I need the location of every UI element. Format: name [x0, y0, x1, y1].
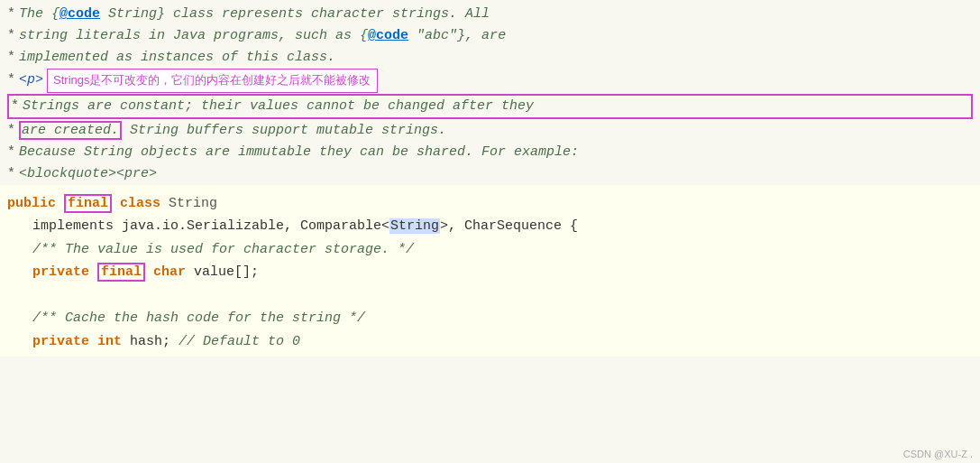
line2-text: string literals in Java programs, such a…: [19, 25, 506, 47]
comment-line-1: * The {@code String} class represents ch…: [7, 4, 973, 25]
highlight-string-type: String: [389, 218, 440, 234]
star-5: *: [11, 96, 19, 117]
comment-line-2: * string literals in Java programs, such…: [7, 25, 973, 47]
keyword-public: public: [7, 196, 56, 211]
star-6: *: [7, 120, 15, 142]
keyword-final-boxed-2: final: [97, 263, 145, 282]
star-8: *: [7, 163, 15, 185]
comment-line-6: * are created. String buffers support mu…: [7, 120, 973, 142]
line5-text: Strings are constant; their values canno…: [23, 96, 534, 117]
keyword-final-boxed-1: final: [64, 194, 112, 213]
hash-text: hash;: [130, 334, 179, 349]
comment-hash-text: /** Cache the hash code for the string *…: [32, 310, 365, 326]
keyword-private-1: private: [32, 264, 89, 280]
code-line-comment-value: /** The value is used for character stor…: [7, 238, 973, 262]
star-2: *: [7, 25, 15, 47]
code-line-implements: implements java.io.Serializable, Compara…: [7, 215, 973, 238]
watermark: CSDN @XU-Z .: [903, 449, 973, 459]
comment-section: * The {@code String} class represents ch…: [0, 0, 980, 185]
value-text: value[];: [194, 264, 259, 280]
star-4: *: [7, 69, 15, 91]
star-3: *: [7, 47, 15, 69]
code-section: public final class String implements jav…: [0, 185, 980, 357]
keyword-class: class: [120, 196, 160, 211]
p-tag: <p>: [19, 69, 43, 91]
tooltip-box: Strings是不可改变的，它们的内容在创建好之后就不能被修改: [47, 69, 377, 93]
comment-line-7: * Because String objects are immutable t…: [7, 142, 973, 163]
comment-default-zero: // Default to 0: [179, 334, 300, 349]
comment-line-8: * <blockquote><pre>: [7, 163, 973, 185]
comment-line-5-highlighted: * Strings are constant; their values can…: [7, 94, 973, 119]
code-blank-line: [7, 284, 973, 308]
comment-value-text: /** The value is used for character stor…: [32, 242, 414, 257]
keyword-int: int: [97, 334, 122, 349]
code-link-2: @code: [368, 28, 408, 43]
implements-text: implements java.io.Serializable, Compara…: [32, 218, 578, 234]
highlight-are-created: are created.: [19, 121, 122, 140]
comment-line-4: * <p> Strings是不可改变的，它们的内容在创建好之后就不能被修改: [7, 69, 973, 93]
code-line-1: public final class String: [7, 192, 973, 216]
star-1: *: [7, 4, 15, 25]
code-line-comment-hash: /** Cache the hash code for the string *…: [7, 307, 973, 330]
line1-text: The {@code String} class represents char…: [19, 4, 490, 25]
line8-text: <blockquote><pre>: [19, 163, 157, 185]
class-name-string: String: [169, 196, 217, 211]
keyword-char: char: [153, 264, 186, 280]
code-line-value: private final char value[];: [7, 261, 973, 284]
code-line-hash: private int hash; // Default to 0: [7, 330, 973, 354]
line3-text: implemented as instances of this class.: [19, 47, 335, 69]
star-7: *: [7, 142, 15, 163]
comment-line-3: * implemented as instances of this class…: [7, 47, 973, 69]
keyword-private-2: private: [32, 334, 89, 349]
line6-text: are created. String buffers support muta…: [19, 120, 446, 142]
line7-text: Because String objects are immutable the…: [19, 142, 579, 163]
code-link-1: @code: [60, 6, 100, 22]
